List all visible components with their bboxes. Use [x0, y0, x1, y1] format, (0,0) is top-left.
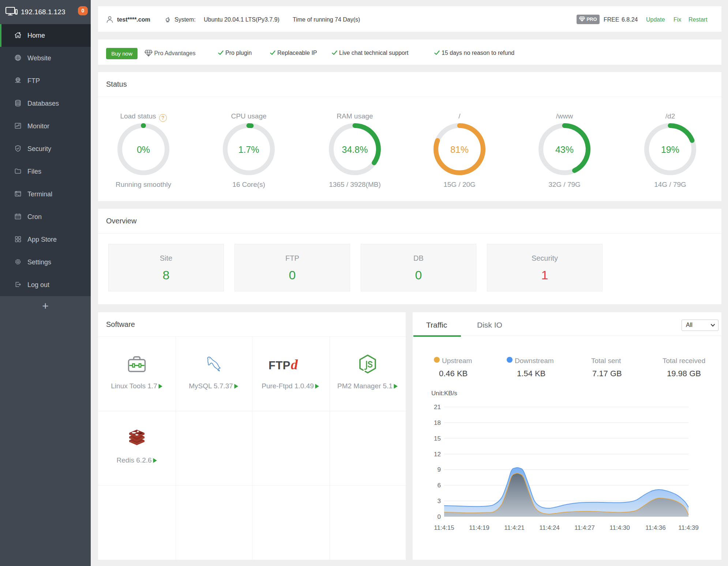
svg-text:12: 12	[434, 451, 441, 458]
svg-text:0: 0	[438, 513, 441, 520]
svg-text:15: 15	[434, 435, 441, 442]
svg-text:11:4:36: 11:4:36	[645, 524, 665, 531]
svg-text:11:4:39: 11:4:39	[678, 524, 698, 531]
svg-text:3: 3	[438, 498, 441, 505]
svg-text:11:4:15: 11:4:15	[434, 524, 454, 531]
svg-text:9: 9	[438, 466, 441, 473]
svg-text:11:4:30: 11:4:30	[609, 524, 630, 531]
svg-text:11:4:21: 11:4:21	[504, 524, 524, 531]
svg-text:11:4:24: 11:4:24	[539, 524, 559, 531]
svg-text:11:4:19: 11:4:19	[469, 524, 489, 531]
svg-text:21: 21	[434, 404, 441, 411]
svg-text:6: 6	[438, 482, 441, 489]
svg-text:18: 18	[434, 419, 441, 426]
svg-text:11:4:27: 11:4:27	[574, 524, 594, 531]
